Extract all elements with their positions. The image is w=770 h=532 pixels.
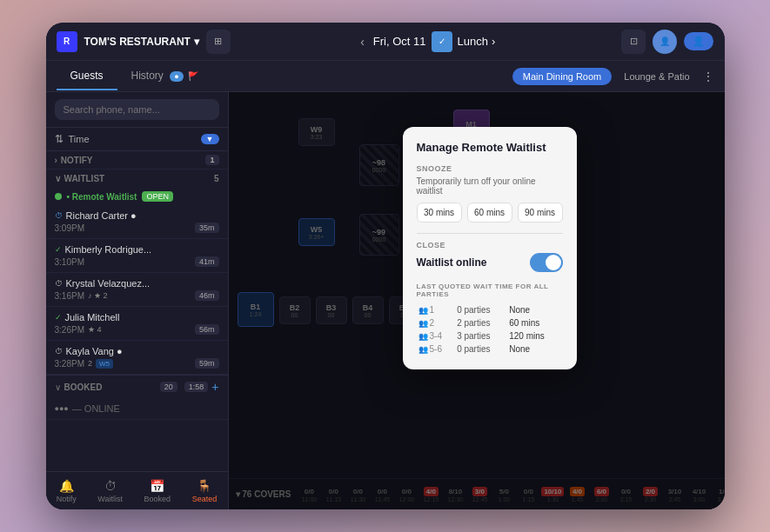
date-navigation: ‹ Fri, Oct 11 ✓ Lunch ›	[357, 31, 495, 52]
waitlist-count: 5	[214, 174, 219, 183]
guest-item[interactable]: ⏱ Richard Carter ● 3:09PM 35m	[46, 205, 228, 239]
wait-time-table: 👥10 partiesNone👥22 parties60 mins👥3-43 p…	[417, 303, 563, 356]
right-panel: W93:23~980000M11:50M20000M400M500M30000W…	[229, 92, 725, 509]
patio-button[interactable]: Lounge & Patio	[617, 68, 696, 85]
guest-party: ★ 4	[88, 325, 102, 334]
wait-time-row: 👥10 partiesNone	[417, 303, 563, 316]
waitlist-toggle-label: Waitlist online	[417, 256, 487, 269]
sort-row[interactable]: ⇅ Time ▼	[46, 128, 228, 151]
remote-waitlist-label: • Remote Waitlist	[67, 192, 137, 202]
user-avatar-1[interactable]: 👤	[653, 30, 677, 54]
guest-time: 3:10PM	[55, 257, 84, 267]
booked-header: ∨ BOOKED 20 1:58 +	[46, 375, 228, 398]
modal-overlay: Manage Remote Waitlist SNOOZE Temporaril…	[229, 92, 725, 509]
wait-badge: 56m	[195, 324, 219, 335]
close-section-label: CLOSE	[417, 241, 563, 249]
guest-item[interactable]: ●●● — ONLINE	[46, 398, 228, 420]
wait-time-row: 👥22 parties60 mins	[417, 316, 563, 329]
guest-meta: 3:26PM ★ 4 56m	[55, 324, 219, 335]
w5-tag: W5	[96, 359, 113, 369]
open-badge: OPEN	[142, 191, 173, 202]
calendar-icon[interactable]: ⊞	[206, 30, 231, 54]
restaurant-name[interactable]: TOM'S RESTAURANT ▾	[84, 36, 199, 48]
wait-time-row: 👥3-43 parties120 mins	[417, 329, 563, 342]
sub-navigation: Guests History ● 🚩 Main Dining Room Loun…	[46, 61, 725, 92]
notify-icon: 🔔	[59, 479, 74, 493]
add-booked-button[interactable]: +	[211, 380, 218, 394]
sidebar: ⇅ Time ▼ › NOTIFY 1 ∨ WAITLIST 5	[46, 92, 229, 509]
snooze-30-button[interactable]: 30 mins	[417, 203, 462, 223]
tab-history[interactable]: History ● 🚩	[117, 63, 212, 90]
sort-icon: ⇅	[55, 133, 64, 145]
main-content: ⇅ Time ▼ › NOTIFY 1 ∨ WAITLIST 5	[46, 92, 725, 509]
search-input[interactable]	[55, 99, 219, 120]
guest-name: Kimberly Rodrigue...	[65, 244, 152, 255]
waitlist-toggle[interactable]	[530, 253, 563, 272]
guest-party: ♪ ★ 2	[88, 291, 108, 300]
booked-count: 20	[160, 382, 177, 392]
guest-meta: 3:09PM 35m	[55, 223, 219, 233]
history-badge: ●	[170, 71, 183, 82]
notify-label: › NOTIFY 1	[55, 155, 219, 165]
guest-name: — ONLINE	[72, 403, 120, 414]
seated-icon: 🪑	[197, 479, 211, 493]
booked-time: 1:58	[184, 382, 209, 392]
guest-time: 3:09PM	[55, 223, 84, 233]
guest-item[interactable]: ✓ Kimberly Rodrigue... 3:10PM 41m	[46, 239, 228, 273]
filter-badge: ▼	[201, 134, 219, 144]
guest-item[interactable]: ⏱ Krystal Velazquez... 3:16PM ♪ ★ 2 46m	[46, 273, 228, 307]
snooze-90-button[interactable]: 90 mins	[518, 203, 563, 223]
bottom-nav-notify[interactable]: 🔔 Notify	[50, 475, 84, 507]
guest-name: Julia Mitchell	[65, 312, 120, 323]
toggle-knob	[546, 255, 561, 270]
wait-badge: 35m	[195, 223, 219, 233]
modal-title: Manage Remote Waitlist	[417, 141, 563, 154]
guest-meta: 3:16PM ♪ ★ 2 46m	[55, 290, 219, 301]
guest-time: 3:26PM	[55, 325, 84, 335]
guest-meta: 3:10PM 41m	[55, 256, 219, 267]
layout-icon[interactable]: ⊡	[621, 30, 646, 54]
modal-divider	[417, 233, 563, 234]
manage-waitlist-modal: Manage Remote Waitlist SNOOZE Temporaril…	[403, 127, 577, 369]
subnav-right: Main Dining Room Lounge & Patio ⋮	[512, 68, 714, 85]
sidebar-scroll: › NOTIFY 1 ∨ WAITLIST 5 • Remote Waitlis…	[46, 151, 228, 471]
notify-count: 1	[205, 155, 218, 165]
guest-time: 3:28PM	[55, 359, 84, 369]
guest-name: Krystal Velazquez...	[66, 278, 151, 289]
tab-guests[interactable]: Guests	[57, 63, 117, 90]
guest-name: Richard Carter ●	[66, 210, 137, 221]
restaurant-logo: R	[57, 31, 77, 52]
snooze-buttons: 30 mins 60 mins 90 mins	[417, 203, 563, 223]
top-navigation: R TOM'S RESTAURANT ▾ ⊞ ‹ Fri, Oct 11 ✓ L…	[46, 23, 725, 61]
wait-badge: 59m	[195, 358, 219, 369]
more-options-button[interactable]: ⋮	[702, 70, 714, 83]
online-indicator	[55, 193, 62, 200]
booked-icon: 📅	[150, 479, 164, 493]
search-bar	[46, 92, 228, 128]
prev-arrow[interactable]: ‹	[357, 35, 368, 49]
waitlist-header: ∨ WAITLIST 5	[46, 170, 228, 188]
nav-right-actions: ⊡ 👤 👤	[621, 30, 713, 54]
dining-room-button[interactable]: Main Dining Room	[512, 68, 612, 85]
current-date: Fri, Oct 11	[373, 35, 426, 48]
date-confirm-button[interactable]: ✓	[432, 31, 452, 52]
guest-name: Kayla Vang ●	[66, 346, 123, 356]
tablet-container: R TOM'S RESTAURANT ▾ ⊞ ‹ Fri, Oct 11 ✓ L…	[46, 23, 725, 509]
guest-party: 2	[88, 359, 92, 368]
snooze-section-label: SNOOZE	[417, 164, 563, 173]
bottom-nav-waitlist[interactable]: ⏱ Waitlist	[90, 475, 130, 507]
notify-section: › NOTIFY 1	[46, 151, 228, 170]
bottom-nav-booked[interactable]: 📅 Booked	[137, 475, 178, 507]
bottom-nav-seated[interactable]: 🪑 Seated	[185, 475, 224, 507]
guest-meta: 3:28PM 2 W5 59m	[55, 358, 219, 369]
wait-badge: 46m	[195, 290, 219, 301]
snooze-60-button[interactable]: 60 mins	[467, 203, 512, 223]
guest-item[interactable]: ✓ Julia Mitchell 3:26PM ★ 4 56m	[46, 307, 228, 341]
snooze-description: Temporarily turn off your online waitlis…	[417, 176, 563, 196]
sort-label: Time	[69, 134, 196, 144]
guest-time: 3:16PM	[55, 291, 84, 301]
waitlist-toggle-row: Waitlist online	[417, 253, 563, 272]
meal-selector[interactable]: Lunch ›	[458, 35, 496, 48]
guest-item[interactable]: ⏱ Kayla Vang ● 3:28PM 2 W5 59m	[46, 341, 228, 375]
user-avatar-2[interactable]: 👤	[684, 32, 713, 50]
